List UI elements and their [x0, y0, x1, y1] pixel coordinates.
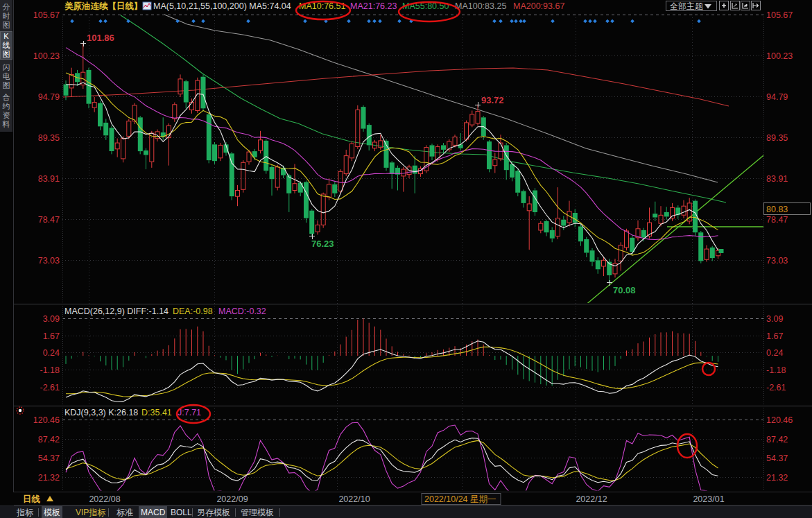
svg-text:89.35: 89.35	[38, 133, 60, 143]
svg-text:21.32: 21.32	[38, 473, 60, 483]
svg-text:73.03: 73.03	[766, 256, 788, 266]
svg-text:87.42: 87.42	[766, 435, 788, 444]
svg-text:73.03: 73.03	[38, 256, 60, 266]
svg-text:2022/09: 2022/09	[216, 494, 248, 504]
svg-text:MA(5,10,21,55,100,200) MA5:74.: MA(5,10,21,55,100,200) MA5:74.04	[153, 1, 291, 11]
svg-text:78.47: 78.47	[766, 215, 788, 225]
svg-text:-1.18: -1.18	[766, 365, 786, 375]
svg-text:101.86: 101.86	[87, 33, 114, 43]
svg-text:94.79: 94.79	[766, 92, 788, 102]
svg-text:70.08: 70.08	[613, 285, 636, 295]
svg-text:1.67: 1.67	[43, 331, 60, 341]
svg-text:54.37: 54.37	[38, 454, 60, 463]
svg-text:MACD(26,12,9) DIFF:-1.14: MACD(26,12,9) DIFF:-1.14	[64, 307, 169, 316]
svg-text:100.23: 100.23	[33, 51, 60, 61]
svg-text:日线: 日线	[23, 494, 41, 504]
svg-text:2022/08: 2022/08	[89, 494, 120, 504]
svg-text:105.67: 105.67	[766, 10, 793, 20]
svg-text:1.67: 1.67	[766, 331, 783, 341]
svg-text:94.79: 94.79	[38, 92, 60, 102]
svg-text:76.23: 76.23	[311, 239, 334, 249]
svg-text:MA21:76.23: MA21:76.23	[350, 1, 397, 11]
svg-text:-2.61: -2.61	[766, 383, 786, 392]
svg-text:87.42: 87.42	[38, 435, 60, 444]
svg-text:0.24: 0.24	[43, 348, 60, 358]
svg-text:120.46: 120.46	[33, 415, 60, 425]
svg-text:2023/01: 2023/01	[693, 494, 724, 504]
svg-text:2022/10/24 星期一: 2022/10/24 星期一	[424, 494, 496, 504]
svg-text:3.09: 3.09	[766, 314, 783, 324]
svg-text:KDJ(9,3,3) K:26.18: KDJ(9,3,3) K:26.18	[64, 408, 138, 417]
svg-text:93.72: 93.72	[481, 95, 504, 105]
svg-text:MA100:83.25: MA100:83.25	[455, 1, 506, 11]
svg-text:MA200:93.67: MA200:93.67	[513, 1, 564, 11]
svg-text:120.46: 120.46	[766, 415, 793, 425]
svg-text:0.24: 0.24	[766, 348, 783, 358]
svg-text:83.91: 83.91	[38, 174, 60, 184]
svg-text:100.23: 100.23	[766, 51, 793, 61]
svg-text:D:35.41: D:35.41	[141, 408, 172, 417]
svg-text:78.47: 78.47	[38, 215, 60, 225]
svg-text:89.35: 89.35	[766, 133, 788, 143]
svg-text:-2.61: -2.61	[40, 383, 60, 392]
svg-text:54.37: 54.37	[766, 454, 788, 463]
svg-text:21.32: 21.32	[766, 473, 788, 483]
svg-text:MACD:-0.32: MACD:-0.32	[218, 307, 266, 316]
svg-text:J:7.71: J:7.71	[178, 408, 201, 417]
svg-text:DEA:-0.98: DEA:-0.98	[173, 307, 213, 316]
svg-text:全部主题: 全部主题	[670, 1, 703, 11]
svg-text:2022/10: 2022/10	[338, 494, 370, 504]
svg-text:83.91: 83.91	[766, 174, 788, 184]
svg-text:-1.18: -1.18	[40, 365, 60, 375]
svg-text:3.09: 3.09	[43, 314, 60, 324]
svg-text:2022/12: 2022/12	[576, 494, 607, 504]
svg-text:105.67: 105.67	[33, 10, 60, 20]
svg-text:美原油连续【日线】: 美原油连续【日线】	[64, 1, 143, 11]
svg-text:80.83: 80.83	[766, 205, 788, 214]
